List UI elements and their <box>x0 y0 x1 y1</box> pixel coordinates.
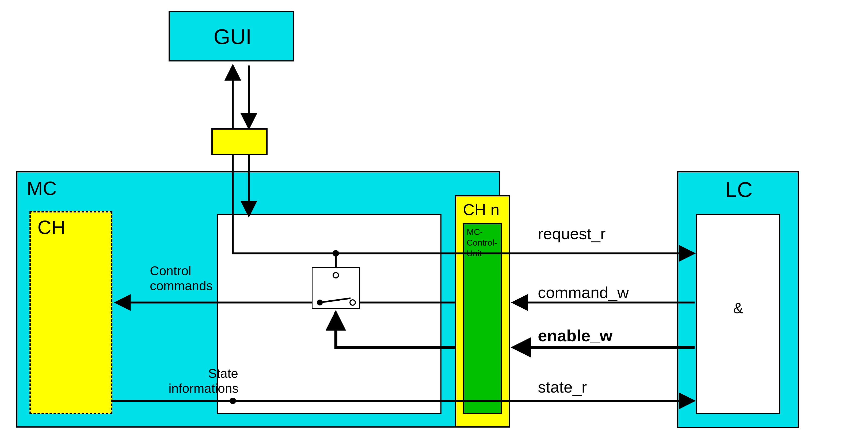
ch-block <box>29 211 113 414</box>
control-commands-label: Control commands <box>150 264 213 294</box>
lc-amp-label: & <box>733 299 743 317</box>
ch-label: CH <box>37 216 65 238</box>
lc-label: LC <box>725 177 752 202</box>
gui-label: GUI <box>214 25 251 49</box>
state-informations-label: State informations <box>168 366 238 396</box>
gui-connector-box <box>211 128 268 155</box>
switch-box <box>312 267 360 309</box>
chn-label: CH n <box>463 200 500 219</box>
processing-block <box>217 214 441 414</box>
mc-label: MC <box>27 177 57 199</box>
state-r-label: state_r <box>538 378 587 396</box>
request-r-label: request_r <box>538 225 606 243</box>
mc-control-unit-label: MC- Control- Unit <box>467 227 497 259</box>
command-w-label: command_w <box>538 283 629 302</box>
enable-w-label: enable_w <box>538 326 613 345</box>
